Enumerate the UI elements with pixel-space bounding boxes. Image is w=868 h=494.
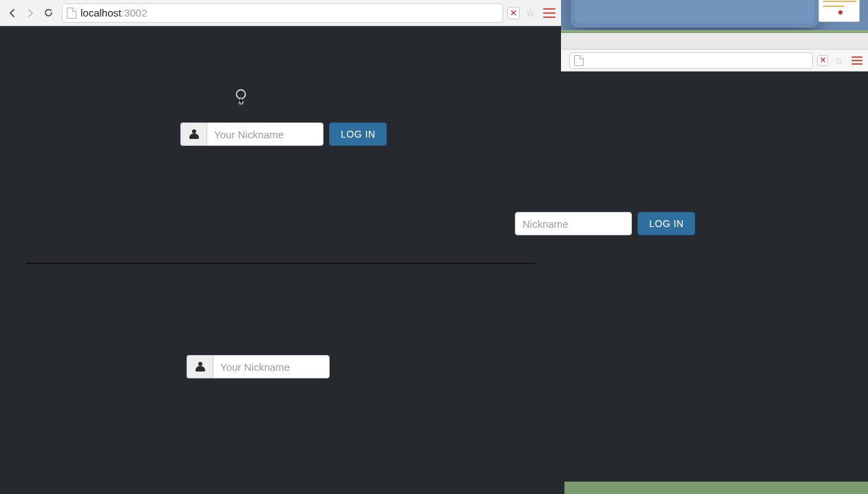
url-port: :3002 (121, 7, 147, 19)
site-file-icon (574, 55, 584, 66)
login-button[interactable]: LOG IN (329, 122, 387, 146)
url-input[interactable]: localhost:3002 (62, 3, 503, 23)
user-icon (195, 362, 205, 372)
login-button[interactable]: LOG IN (637, 212, 695, 235)
url-text: localhost:3002 (81, 7, 147, 19)
address-bar: localhost:3002 ✕ ☆ (0, 0, 561, 26)
background-window-peek (561, 0, 868, 33)
bookmark-star-icon[interactable]: ☆ (524, 7, 536, 19)
toolbar-right: ✕ ☆ (817, 54, 864, 67)
minimap-thumbnail (818, 0, 860, 22)
horizontal-divider (25, 263, 535, 264)
login-form-secondary: LOG IN (187, 355, 330, 378)
login-form: LOG IN (180, 122, 387, 146)
extension-blocked-icon[interactable]: ✕ (507, 7, 520, 19)
nickname-input[interactable] (207, 122, 324, 146)
tab-strip[interactable] (561, 33, 868, 50)
user-icon (189, 129, 199, 139)
login-form: LOG IN (515, 212, 695, 235)
browser-window-primary: localhost:3002 ✕ ☆ LOG IN LOG IN (0, 0, 561, 494)
nav-reload-button[interactable] (40, 5, 56, 21)
mouse-cursor-icon (235, 89, 248, 107)
address-bar: ✕ ☆ (561, 50, 868, 72)
bookmark-star-icon[interactable]: ☆ (832, 54, 845, 67)
url-host: localhost (81, 7, 121, 19)
toolbar-right: ✕ ☆ (507, 7, 557, 19)
url-input[interactable] (569, 52, 813, 69)
browser-window-secondary: ✕ ☆ LOG IN (561, 0, 868, 494)
secondary-chrome: ✕ ☆ (561, 33, 868, 72)
page-content-secondary: LOG IN (561, 72, 868, 494)
nickname-input[interactable] (515, 212, 632, 235)
nickname-addon (187, 355, 213, 378)
page-content-primary: LOG IN LOG IN (0, 26, 561, 494)
site-file-icon (67, 8, 76, 19)
svg-point-0 (237, 90, 246, 99)
nav-forward-button[interactable] (22, 5, 39, 21)
nav-back-button[interactable] (4, 5, 21, 21)
nickname-addon (180, 122, 207, 146)
desktop-background-strip (564, 482, 868, 494)
menu-hamburger-icon[interactable] (851, 56, 862, 65)
extension-blocked-icon[interactable]: ✕ (817, 55, 828, 66)
nickname-input[interactable] (213, 355, 330, 378)
menu-hamburger-icon[interactable] (543, 8, 555, 18)
